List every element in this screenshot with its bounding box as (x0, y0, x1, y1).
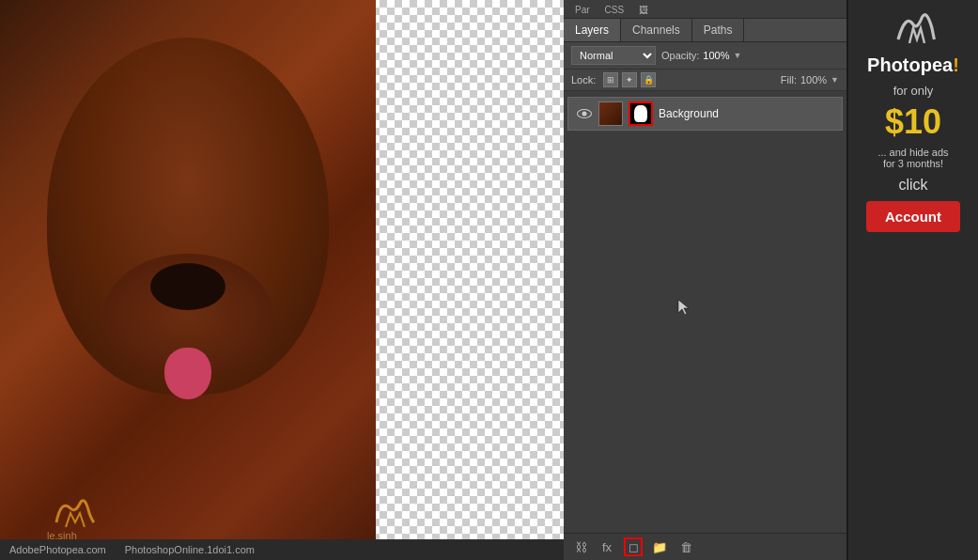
dog-tongue (164, 348, 211, 399)
add-mask-icon[interactable]: ◻ (624, 537, 643, 556)
img-tab[interactable]: 🖼 (631, 2, 656, 18)
tab-layers[interactable]: Layers (564, 19, 621, 41)
fx-icon[interactable]: fx (598, 537, 616, 556)
par-tab[interactable]: Par (567, 2, 598, 18)
layer-visibility-toggle[interactable] (576, 105, 593, 122)
opacity-value[interactable]: 100% (703, 50, 729, 61)
new-folder-icon[interactable]: 📁 (650, 537, 669, 556)
ad-click-text: click (898, 177, 927, 194)
opacity-label: Opacity: (661, 50, 699, 61)
ad-description-text: ... and hide adsfor 3 months! (877, 147, 948, 169)
blend-mode-select[interactable]: Normal Dissolve Multiply Screen Overlay (571, 46, 656, 65)
bottom-left-text: AdobePhotopea.com (9, 544, 106, 555)
dog-image (0, 0, 376, 560)
lock-pixels-icon[interactable]: ⊞ (603, 72, 618, 87)
layers-footer: ⛓ fx ◻ 📁 🗑 (564, 533, 846, 560)
opacity-row: Opacity: 100% ▼ (661, 50, 741, 61)
dog-face (28, 38, 348, 526)
layer-thumbnail (598, 101, 623, 126)
opacity-dropdown-icon[interactable]: ▼ (734, 51, 742, 60)
ad-brand-text: Photopea! (867, 54, 959, 76)
delete-layer-icon[interactable]: 🗑 (676, 537, 695, 556)
panel-wrapper: Par CSS 🖼 Layers Channels Paths Normal D… (564, 0, 978, 560)
lock-icons: ⊞ ✦ 🔒 (603, 72, 656, 87)
ad-panel: Photopea! for only $10 ... and hide adsf… (846, 0, 978, 560)
fill-section: Fill: 100% ▼ (781, 74, 839, 86)
blend-mode-row: Normal Dissolve Multiply Screen Overlay … (564, 42, 846, 70)
tab-paths[interactable]: Paths (692, 19, 745, 41)
layers-tabs: Layers Channels Paths (564, 19, 846, 42)
main-layout: le.sinh AdobePhotopea.com PhotoshopOnlin… (0, 0, 978, 560)
watermark: le.sinh (47, 494, 103, 541)
fill-value[interactable]: 100% (800, 74, 827, 86)
tab-channels[interactable]: Channels (621, 19, 692, 41)
lock-fill-row: Lock: ⊞ ✦ 🔒 Fill: 100% ▼ (564, 70, 846, 91)
exclamation: ! (953, 54, 959, 75)
lock-all-icon[interactable]: 🔒 (641, 72, 656, 87)
lock-position-icon[interactable]: ✦ (622, 72, 637, 87)
layers-list: Background (564, 91, 846, 533)
eye-icon (577, 109, 592, 118)
link-chains-icon[interactable]: ⛓ (571, 537, 590, 556)
ad-price-text: $10 (885, 105, 941, 139)
bottom-bar: AdobePhotopea.com PhotoshopOnline.1doi1.… (0, 539, 564, 560)
fill-label: Fill: (781, 74, 797, 86)
cursor-pointer (676, 298, 691, 320)
bottom-right-text: PhotoshopOnline.1doi1.com (125, 544, 255, 555)
photopea-logo (890, 9, 937, 47)
table-row[interactable]: Background (567, 97, 843, 131)
layers-container: Par CSS 🖼 Layers Channels Paths Normal D… (564, 0, 846, 560)
lock-label: Lock: (571, 74, 596, 86)
ad-for-only-text: for only (893, 84, 934, 98)
dog-nose (150, 263, 225, 310)
checker-background (357, 0, 564, 560)
side-top-tabs: Par CSS 🖼 (564, 0, 846, 19)
canvas-area: le.sinh AdobePhotopea.com PhotoshopOnlin… (0, 0, 564, 560)
layer-name: Background (659, 107, 834, 120)
css-tab[interactable]: CSS (598, 2, 632, 18)
fill-dropdown-icon[interactable]: ▼ (831, 75, 839, 85)
ad-account-button[interactable]: Account (866, 201, 960, 232)
layer-mask-thumbnail (629, 101, 653, 126)
